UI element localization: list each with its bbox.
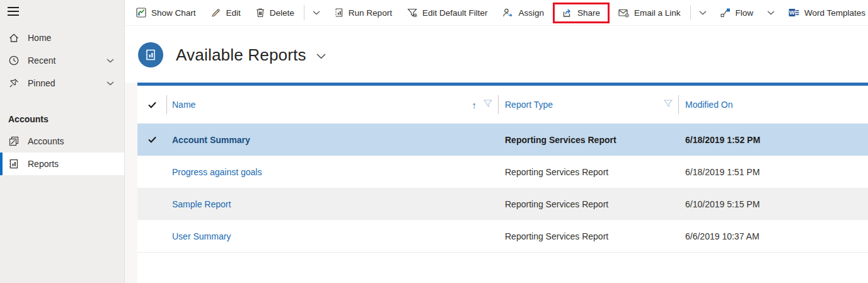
email-a-link-button[interactable]: Email a Link bbox=[611, 1, 688, 25]
button-label: Delete bbox=[270, 8, 294, 18]
filter-settings-icon bbox=[407, 8, 417, 18]
pin-icon bbox=[8, 78, 20, 89]
reports-icon bbox=[8, 158, 20, 170]
sort-ascending-icon: ↑ bbox=[472, 100, 477, 110]
modified-on-cell: 6/18/2019 1:52 PM bbox=[678, 135, 868, 145]
table-row[interactable]: Account Summary Reporting Services Repor… bbox=[137, 124, 868, 156]
edit-button[interactable]: Edit bbox=[204, 1, 248, 25]
assign-person-icon bbox=[502, 8, 513, 18]
button-label: Run Report bbox=[349, 8, 392, 18]
show-chart-icon bbox=[136, 8, 146, 18]
sidebar-item-label: Pinned bbox=[28, 78, 55, 88]
button-label: Edit bbox=[226, 8, 241, 18]
table-row[interactable]: Sample Report Reporting Services Report … bbox=[137, 188, 868, 220]
run-report-icon bbox=[334, 8, 344, 18]
page-title: Available Reports bbox=[176, 45, 306, 65]
content-gutter bbox=[125, 83, 137, 283]
toolbar-overflow-chevron[interactable] bbox=[693, 1, 713, 25]
report-name-link[interactable]: Account Summary bbox=[172, 135, 250, 145]
modified-on-cell: 6/18/2019 1:51 PM bbox=[678, 167, 868, 177]
chevron-down-icon[interactable] bbox=[107, 81, 114, 86]
sidebar-item-pinned[interactable]: Pinned bbox=[0, 72, 124, 95]
grid-header-row: Name ↑ Report Type bbox=[137, 86, 868, 124]
sidebar-item-home[interactable]: Home bbox=[0, 26, 124, 49]
assign-button[interactable]: Assign bbox=[495, 1, 552, 25]
report-name-link[interactable]: Sample Report bbox=[172, 199, 231, 209]
sidebar-item-label: Recent bbox=[28, 55, 55, 66]
clock-icon bbox=[8, 55, 20, 66]
report-type-cell: Reporting Services Report bbox=[498, 167, 678, 177]
sidebar: Home Recent Pinned Accounts A bbox=[0, 0, 125, 283]
column-header-name[interactable]: Name ↑ bbox=[166, 86, 498, 124]
trash-icon bbox=[256, 8, 265, 18]
pencil-icon bbox=[211, 8, 221, 18]
row-checkbox[interactable] bbox=[137, 136, 166, 143]
flow-chevron[interactable] bbox=[761, 1, 781, 25]
report-type-cell: Reporting Services Report bbox=[498, 135, 678, 145]
sidebar-item-accounts[interactable]: Accounts bbox=[0, 130, 124, 153]
column-label: Modified On bbox=[685, 100, 732, 110]
filter-funnel-icon[interactable] bbox=[664, 100, 673, 110]
share-highlight-box: Share bbox=[553, 3, 610, 23]
button-label: Flow bbox=[736, 8, 754, 18]
flow-button[interactable]: Flow bbox=[713, 1, 761, 25]
word-templates-button[interactable]: W Word Templates bbox=[781, 1, 868, 25]
column-header-report-type[interactable]: Report Type bbox=[498, 86, 678, 124]
command-bar: Show Chart Edit Delete bbox=[125, 0, 868, 26]
modified-on-cell: 6/6/2019 10:37 AM bbox=[678, 231, 868, 241]
column-label: Report Type bbox=[505, 100, 553, 110]
view-selector-chevron[interactable] bbox=[316, 50, 326, 59]
column-label: Name bbox=[172, 100, 195, 110]
sidebar-item-label: Home bbox=[28, 33, 51, 43]
button-label: Assign bbox=[518, 8, 544, 18]
modified-on-cell: 6/10/2019 5:15 PM bbox=[678, 199, 868, 209]
toolbar-overflow-chevron[interactable] bbox=[306, 1, 327, 25]
table-row[interactable]: Progress against goals Reporting Service… bbox=[137, 156, 868, 188]
filter-funnel-icon[interactable] bbox=[483, 100, 492, 110]
report-name-link[interactable]: Progress against goals bbox=[172, 167, 262, 177]
share-button[interactable]: Share bbox=[555, 4, 608, 21]
toolbar-divider bbox=[690, 5, 691, 20]
word-icon: W bbox=[789, 8, 799, 18]
select-all-checkbox[interactable] bbox=[137, 101, 166, 108]
hamburger-icon[interactable] bbox=[0, 0, 23, 23]
show-chart-button[interactable]: Show Chart bbox=[129, 1, 204, 25]
column-header-modified-on[interactable]: Modified On bbox=[678, 86, 868, 124]
report-name-link[interactable]: User Summary bbox=[172, 231, 231, 241]
run-report-button[interactable]: Run Report bbox=[327, 1, 400, 25]
reports-grid: Name ↑ Report Type bbox=[137, 83, 868, 253]
report-type-cell: Reporting Services Report bbox=[498, 199, 678, 209]
page-header: Available Reports bbox=[125, 26, 868, 83]
sidebar-item-reports[interactable]: Reports bbox=[0, 153, 124, 175]
main-area: Show Chart Edit Delete bbox=[125, 0, 868, 283]
toolbar-divider bbox=[304, 5, 304, 20]
svg-text:W: W bbox=[789, 9, 795, 16]
button-label: Edit Default Filter bbox=[422, 8, 488, 18]
report-type-cell: Reporting Services Report bbox=[498, 231, 678, 241]
edit-default-filter-button[interactable]: Edit Default Filter bbox=[400, 1, 495, 25]
button-label: Word Templates bbox=[804, 8, 865, 18]
table-row[interactable]: User Summary Reporting Services Report 6… bbox=[137, 220, 868, 252]
sidebar-item-label: Reports bbox=[28, 159, 59, 169]
flow-icon bbox=[720, 8, 731, 18]
button-label: Share bbox=[577, 8, 600, 18]
button-label: Email a Link bbox=[634, 8, 681, 18]
accounts-icon bbox=[8, 136, 20, 147]
sidebar-group-header: Accounts bbox=[0, 112, 124, 126]
chevron-down-icon[interactable] bbox=[107, 59, 114, 63]
sidebar-item-recent[interactable]: Recent bbox=[0, 49, 124, 72]
sidebar-item-label: Accounts bbox=[28, 136, 64, 146]
email-icon bbox=[618, 8, 629, 18]
app-window: Home Recent Pinned Accounts A bbox=[0, 0, 868, 283]
delete-button[interactable]: Delete bbox=[248, 1, 302, 25]
grid-rows: Account Summary Reporting Services Repor… bbox=[137, 124, 868, 253]
share-icon bbox=[562, 8, 572, 18]
report-entity-icon bbox=[138, 42, 163, 67]
home-icon bbox=[8, 32, 20, 43]
button-label: Show Chart bbox=[151, 8, 196, 18]
